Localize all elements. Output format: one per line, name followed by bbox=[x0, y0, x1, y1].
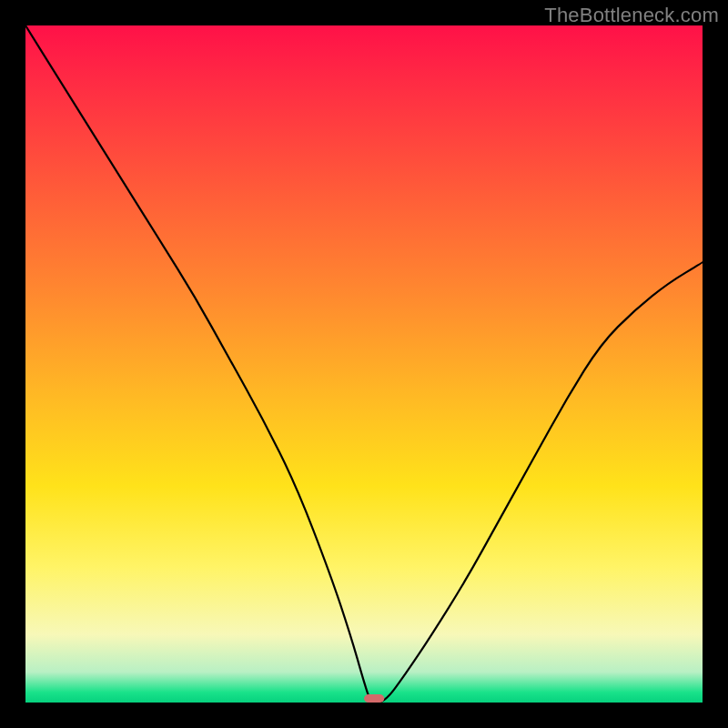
curve-layer bbox=[25, 25, 703, 703]
plot-area bbox=[25, 25, 703, 703]
minimum-marker bbox=[364, 694, 384, 703]
bottleneck-curve bbox=[25, 25, 703, 703]
chart-frame: TheBottleneck.com bbox=[0, 0, 728, 728]
watermark-text: TheBottleneck.com bbox=[544, 4, 719, 27]
